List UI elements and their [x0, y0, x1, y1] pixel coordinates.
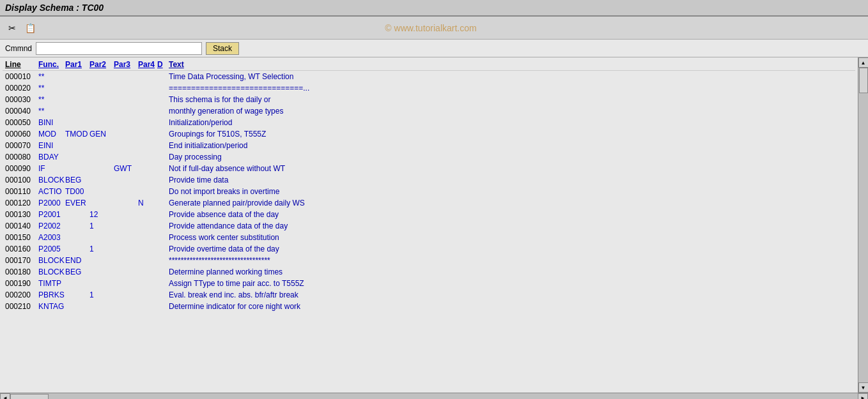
- table-row[interactable]: 000080BDAYDay processing: [3, 151, 855, 163]
- cell-func: EINI: [38, 141, 65, 150]
- cell-func: **: [38, 72, 65, 81]
- table-row[interactable]: 000140P20021Provide attendance data of t…: [3, 220, 855, 232]
- table-row[interactable]: 000200PBRKS1Eval. break end inc. abs. bf…: [3, 289, 855, 301]
- clipboard-icon[interactable]: 📋: [23, 21, 37, 35]
- scroll-thumb[interactable]: [859, 68, 868, 93]
- command-input[interactable]: [36, 42, 202, 55]
- command-label: Cmmnd: [5, 44, 32, 53]
- cell-par1: EVER: [65, 199, 89, 207]
- scroll-track[interactable]: [858, 68, 869, 382]
- cell-text: Process work center substitution: [169, 233, 853, 242]
- cell-func: MOD: [38, 130, 65, 139]
- cell-func: ACTIO: [38, 187, 65, 196]
- table-row[interactable]: 000050BINIInitialization/period: [3, 117, 855, 128]
- cell-text: Eval. break end inc. abs. bfr/aftr break: [169, 290, 853, 299]
- rows-container: 000010**Time Data Processing, WT Selecti…: [3, 71, 855, 312]
- cell-par2: 1: [89, 290, 114, 299]
- table-row[interactable]: 000130P200112Provide absence data of the…: [3, 209, 855, 220]
- col-func: Func.: [38, 60, 65, 69]
- scissors-icon[interactable]: ✂: [5, 21, 19, 35]
- bottom-scroll-track[interactable]: [10, 393, 858, 400]
- cell-func: IF: [38, 164, 65, 173]
- cell-line: 000150: [5, 233, 38, 242]
- watermark: © www.tutorialkart.com: [37, 23, 825, 33]
- cell-par2: 12: [89, 210, 114, 219]
- cell-text: Not if full-day absence without WT: [169, 164, 853, 173]
- col-par3: Par3: [114, 60, 138, 69]
- table-row[interactable]: 000160P20051Provide overtime data of the…: [3, 243, 855, 255]
- cell-text: monthly generation of wage types: [169, 107, 853, 116]
- cell-text: This schema is for the daily or: [169, 95, 853, 104]
- cell-par2: GEN: [89, 130, 114, 139]
- cell-text: Assign TType to time pair acc. to T555Z: [169, 279, 853, 288]
- bottom-scroll-thumb[interactable]: [10, 394, 49, 400]
- table-row[interactable]: 000070EINIEnd initialization/period: [3, 140, 855, 151]
- col-d: D: [157, 60, 169, 69]
- cell-func: P2001: [38, 210, 65, 219]
- cell-text: Provide absence data of the day: [169, 210, 853, 219]
- cell-func: BDAY: [38, 153, 65, 162]
- stack-button[interactable]: Stack: [206, 42, 239, 55]
- cell-text: Do not import breaks in overtime: [169, 187, 853, 196]
- cell-text: Initialization/period: [169, 118, 853, 127]
- cell-func: BLOCK: [38, 256, 65, 265]
- scroll-right-button[interactable]: ►: [858, 393, 868, 400]
- table-row[interactable]: 000010**Time Data Processing, WT Selecti…: [3, 71, 855, 82]
- cell-text: Provide attendance data of the day: [169, 222, 853, 230]
- table-row[interactable]: 000020**==============================..…: [3, 82, 855, 94]
- cell-text: Groupings for T510S, T555Z: [169, 130, 853, 139]
- cell-line: 000200: [5, 290, 38, 299]
- table-row[interactable]: 000170BLOCKEND**************************…: [3, 255, 855, 266]
- cell-line: 000170: [5, 256, 38, 265]
- cell-func: P2002: [38, 222, 65, 230]
- scroll-down-button[interactable]: ▼: [858, 382, 869, 393]
- cell-text: ==============================...: [169, 84, 853, 93]
- scrollbar: ▲ ▼: [858, 57, 868, 393]
- cell-func: BLOCK: [38, 267, 65, 276]
- cell-line: 000100: [5, 176, 38, 184]
- cell-func: P2000: [38, 199, 65, 207]
- table-row[interactable]: 000110ACTIOTD00Do not import breaks in o…: [3, 186, 855, 197]
- scroll-left-button[interactable]: ◄: [0, 393, 10, 400]
- cell-line: 000120: [5, 199, 38, 207]
- table-row[interactable]: 000040**monthly generation of wage types: [3, 105, 855, 117]
- table-row[interactable]: 000120P2000EVERNGenerate planned pair/pr…: [3, 197, 855, 209]
- cell-line: 000140: [5, 222, 38, 230]
- command-bar: Cmmnd Stack: [0, 40, 868, 57]
- cell-line: 000130: [5, 210, 38, 219]
- bottom-scrollbar: ◄ ►: [0, 393, 868, 399]
- cell-par2: 1: [89, 222, 114, 230]
- cell-func: BLOCK: [38, 176, 65, 184]
- table-row[interactable]: 000030**This schema is for the daily or: [3, 94, 855, 105]
- cell-func: KNTAG: [38, 302, 65, 311]
- table-row[interactable]: 000150A2003Process work center substitut…: [3, 232, 855, 243]
- table-row[interactable]: 000180BLOCKBEGDetermine planned working …: [3, 266, 855, 278]
- cell-line: 000080: [5, 153, 38, 162]
- cell-par1: BEG: [65, 267, 89, 276]
- cell-line: 000050: [5, 118, 38, 127]
- cell-line: 000070: [5, 141, 38, 150]
- cell-text: End initialization/period: [169, 141, 853, 150]
- cell-par3: GWT: [114, 164, 138, 173]
- table-row[interactable]: 000190TIMTPAssign TType to time pair acc…: [3, 278, 855, 289]
- cell-par2: 1: [89, 245, 114, 253]
- table-area[interactable]: Line Func. Par1 Par2 Par3 Par4 D Text 00…: [0, 57, 858, 393]
- cell-func: **: [38, 84, 65, 93]
- cell-line: 000010: [5, 72, 38, 81]
- col-par2: Par2: [89, 60, 114, 69]
- cell-func: P2005: [38, 245, 65, 253]
- table-row[interactable]: 000060MODTMODGENGroupings for T510S, T55…: [3, 128, 855, 140]
- table-row[interactable]: 000090IFGWTNot if full-day absence witho…: [3, 163, 855, 174]
- cell-func: **: [38, 107, 65, 116]
- cell-func: BINI: [38, 118, 65, 127]
- column-headers: Line Func. Par1 Par2 Par3 Par4 D Text: [3, 59, 855, 71]
- cell-par1: TMOD: [65, 130, 89, 139]
- scroll-up-button[interactable]: ▲: [858, 57, 869, 68]
- cell-par4: N: [138, 199, 157, 207]
- cell-text: Provide time data: [169, 176, 853, 184]
- table-row[interactable]: 000100BLOCKBEGProvide time data: [3, 174, 855, 186]
- toolbar: ✂ 📋 © www.tutorialkart.com: [0, 17, 868, 40]
- cell-line: 000190: [5, 279, 38, 288]
- cell-text: Generate planned pair/provide daily WS: [169, 199, 853, 207]
- table-row[interactable]: 000210KNTAGDetermine indicator for core …: [3, 301, 855, 312]
